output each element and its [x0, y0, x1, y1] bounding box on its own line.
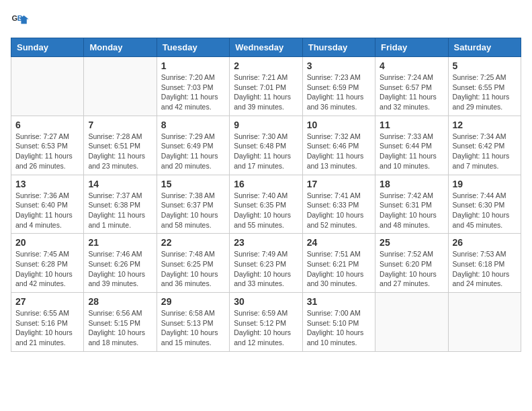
calendar-cell: 13Sunrise: 7:36 AMSunset: 6:40 PMDayligh… — [11, 175, 84, 234]
day-number: 29 — [161, 296, 225, 307]
day-info: Sunrise: 7:23 AMSunset: 6:59 PMDaylight:… — [307, 73, 371, 112]
calendar-cell: 16Sunrise: 7:40 AMSunset: 6:35 PMDayligh… — [230, 175, 302, 234]
day-info: Sunrise: 7:28 AMSunset: 6:51 PMDaylight:… — [88, 132, 152, 171]
day-info: Sunrise: 7:44 AMSunset: 6:30 PMDaylight:… — [453, 191, 517, 230]
page-header: G B — [11, 11, 521, 30]
day-number: 3 — [307, 60, 371, 71]
calendar-table: SundayMondayTuesdayWednesdayThursdayFrid… — [11, 38, 521, 352]
weekday-header-row: SundayMondayTuesdayWednesdayThursdayFrid… — [11, 38, 521, 57]
day-info: Sunrise: 7:51 AMSunset: 6:21 PMDaylight:… — [307, 249, 371, 289]
calendar-cell: 4Sunrise: 7:24 AMSunset: 6:57 PMDaylight… — [375, 57, 448, 116]
day-info: Sunrise: 6:58 AMSunset: 5:13 PMDaylight:… — [161, 308, 225, 348]
day-info: Sunrise: 7:52 AMSunset: 6:20 PMDaylight:… — [380, 249, 443, 289]
calendar-cell: 25Sunrise: 7:52 AMSunset: 6:20 PMDayligh… — [375, 234, 448, 293]
calendar-cell: 29Sunrise: 6:58 AMSunset: 5:13 PMDayligh… — [157, 293, 229, 352]
calendar-cell: 23Sunrise: 7:49 AMSunset: 6:23 PMDayligh… — [230, 234, 302, 293]
calendar-cell: 24Sunrise: 7:51 AMSunset: 6:21 PMDayligh… — [302, 234, 375, 293]
day-number: 19 — [453, 179, 517, 189]
calendar-cell: 6Sunrise: 7:27 AMSunset: 6:53 PMDaylight… — [11, 116, 84, 175]
calendar-cell: 20Sunrise: 7:45 AMSunset: 6:28 PMDayligh… — [11, 234, 84, 293]
calendar-cell: 5Sunrise: 7:25 AMSunset: 6:55 PMDaylight… — [448, 57, 521, 116]
day-number: 30 — [234, 296, 298, 307]
day-number: 25 — [380, 237, 443, 248]
day-number: 2 — [234, 60, 298, 71]
calendar-cell: 7Sunrise: 7:28 AMSunset: 6:51 PMDaylight… — [84, 116, 157, 175]
day-info: Sunrise: 7:46 AMSunset: 6:26 PMDaylight:… — [88, 249, 152, 289]
calendar-cell: 1Sunrise: 7:20 AMSunset: 7:03 PMDaylight… — [157, 57, 229, 116]
day-number: 22 — [161, 237, 225, 248]
day-number: 4 — [380, 60, 443, 71]
calendar-cell — [448, 293, 521, 352]
day-number: 17 — [307, 179, 371, 189]
calendar-cell: 26Sunrise: 7:53 AMSunset: 6:18 PMDayligh… — [448, 234, 521, 293]
day-number: 18 — [380, 179, 443, 189]
day-number: 11 — [380, 120, 443, 130]
day-number: 12 — [453, 120, 517, 130]
weekday-header: Thursday — [302, 38, 375, 57]
calendar-cell: 19Sunrise: 7:44 AMSunset: 6:30 PMDayligh… — [448, 175, 521, 234]
day-info: Sunrise: 7:21 AMSunset: 7:01 PMDaylight:… — [234, 73, 298, 112]
day-info: Sunrise: 6:55 AMSunset: 5:16 PMDaylight:… — [15, 308, 79, 348]
day-info: Sunrise: 7:24 AMSunset: 6:57 PMDaylight:… — [380, 73, 443, 112]
day-info: Sunrise: 7:41 AMSunset: 6:33 PMDaylight:… — [307, 191, 371, 230]
calendar-cell — [375, 293, 448, 352]
day-number: 31 — [307, 296, 371, 307]
day-info: Sunrise: 7:00 AMSunset: 5:10 PMDaylight:… — [307, 308, 371, 348]
day-info: Sunrise: 7:29 AMSunset: 6:49 PMDaylight:… — [161, 132, 225, 171]
weekday-header: Wednesday — [230, 38, 302, 57]
calendar-cell — [84, 57, 157, 116]
calendar-cell: 28Sunrise: 6:56 AMSunset: 5:15 PMDayligh… — [84, 293, 157, 352]
day-number: 13 — [15, 179, 79, 189]
calendar-cell: 10Sunrise: 7:32 AMSunset: 6:46 PMDayligh… — [302, 116, 375, 175]
day-info: Sunrise: 7:48 AMSunset: 6:25 PMDaylight:… — [161, 249, 225, 289]
day-info: Sunrise: 7:34 AMSunset: 6:42 PMDaylight:… — [453, 132, 517, 171]
day-info: Sunrise: 7:37 AMSunset: 6:38 PMDaylight:… — [88, 191, 152, 230]
day-info: Sunrise: 7:45 AMSunset: 6:28 PMDaylight:… — [15, 249, 79, 289]
calendar-week-row: 20Sunrise: 7:45 AMSunset: 6:28 PMDayligh… — [11, 234, 521, 293]
calendar-cell: 22Sunrise: 7:48 AMSunset: 6:25 PMDayligh… — [157, 234, 229, 293]
calendar-week-row: 13Sunrise: 7:36 AMSunset: 6:40 PMDayligh… — [11, 175, 521, 234]
day-number: 7 — [88, 120, 152, 130]
calendar-cell: 9Sunrise: 7:30 AMSunset: 6:48 PMDaylight… — [230, 116, 302, 175]
logo-icon: G B — [11, 11, 30, 30]
calendar-cell: 12Sunrise: 7:34 AMSunset: 6:42 PMDayligh… — [448, 116, 521, 175]
day-number: 15 — [161, 179, 225, 189]
calendar-cell: 21Sunrise: 7:46 AMSunset: 6:26 PMDayligh… — [84, 234, 157, 293]
day-number: 21 — [88, 237, 152, 248]
day-info: Sunrise: 6:56 AMSunset: 5:15 PMDaylight:… — [88, 308, 152, 348]
day-info: Sunrise: 7:49 AMSunset: 6:23 PMDaylight:… — [234, 249, 298, 289]
day-number: 14 — [88, 179, 152, 189]
day-info: Sunrise: 7:38 AMSunset: 6:37 PMDaylight:… — [161, 191, 225, 230]
svg-text:G: G — [11, 14, 17, 22]
day-number: 6 — [15, 120, 79, 130]
day-number: 26 — [453, 237, 517, 248]
day-number: 23 — [234, 237, 298, 248]
weekday-header: Friday — [375, 38, 448, 57]
calendar-week-row: 6Sunrise: 7:27 AMSunset: 6:53 PMDaylight… — [11, 116, 521, 175]
calendar-cell: 31Sunrise: 7:00 AMSunset: 5:10 PMDayligh… — [302, 293, 375, 352]
day-number: 20 — [15, 237, 79, 248]
weekday-header: Saturday — [448, 38, 521, 57]
day-info: Sunrise: 7:53 AMSunset: 6:18 PMDaylight:… — [453, 249, 517, 289]
calendar-cell: 30Sunrise: 6:59 AMSunset: 5:12 PMDayligh… — [230, 293, 302, 352]
calendar-cell: 2Sunrise: 7:21 AMSunset: 7:01 PMDaylight… — [230, 57, 302, 116]
day-number: 8 — [161, 120, 225, 130]
day-info: Sunrise: 7:30 AMSunset: 6:48 PMDaylight:… — [234, 132, 298, 171]
weekday-header: Monday — [84, 38, 157, 57]
day-info: Sunrise: 7:25 AMSunset: 6:55 PMDaylight:… — [453, 73, 517, 112]
day-number: 9 — [234, 120, 298, 130]
day-number: 28 — [88, 296, 152, 307]
day-info: Sunrise: 7:33 AMSunset: 6:44 PMDaylight:… — [380, 132, 443, 171]
day-number: 10 — [307, 120, 371, 130]
calendar-week-row: 27Sunrise: 6:55 AMSunset: 5:16 PMDayligh… — [11, 293, 521, 352]
day-info: Sunrise: 7:20 AMSunset: 7:03 PMDaylight:… — [161, 73, 225, 112]
day-info: Sunrise: 6:59 AMSunset: 5:12 PMDaylight:… — [234, 308, 298, 348]
day-info: Sunrise: 7:40 AMSunset: 6:35 PMDaylight:… — [234, 191, 298, 230]
logo: G B — [11, 11, 32, 30]
calendar-week-row: 1Sunrise: 7:20 AMSunset: 7:03 PMDaylight… — [11, 57, 521, 116]
day-number: 16 — [234, 179, 298, 189]
day-info: Sunrise: 7:36 AMSunset: 6:40 PMDaylight:… — [15, 191, 79, 230]
calendar-cell: 18Sunrise: 7:42 AMSunset: 6:31 PMDayligh… — [375, 175, 448, 234]
day-info: Sunrise: 7:32 AMSunset: 6:46 PMDaylight:… — [307, 132, 371, 171]
calendar-cell: 14Sunrise: 7:37 AMSunset: 6:38 PMDayligh… — [84, 175, 157, 234]
